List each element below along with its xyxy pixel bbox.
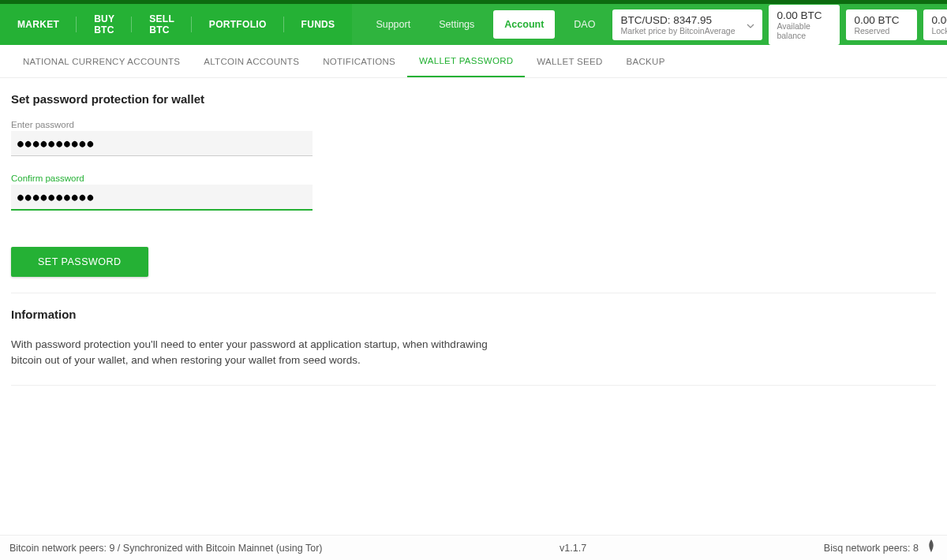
- nav-support[interactable]: Support: [361, 4, 425, 45]
- locked-balance-box: 0.00 BTC Locked: [923, 9, 947, 40]
- tab-backup[interactable]: BACKUP: [615, 45, 677, 77]
- tab-wallet-password[interactable]: WALLET PASSWORD: [407, 45, 525, 77]
- nav-funds[interactable]: FUNDS: [284, 4, 353, 45]
- section-divider-2: [11, 385, 936, 386]
- confirm-password-group: Confirm password: [11, 174, 313, 211]
- market-price-value: BTC/USD: 8347.95: [620, 14, 735, 26]
- nav-portfolio[interactable]: PORTFOLIO: [192, 4, 284, 45]
- tab-wallet-seed[interactable]: WALLET SEED: [525, 45, 614, 77]
- nav-buy-btc[interactable]: BUY BTC: [77, 4, 132, 45]
- status-bitcoin-peers: Bitcoin network peers: 9 / Synchronized …: [9, 543, 322, 554]
- nav-market[interactable]: MARKET: [0, 4, 77, 45]
- status-version: v1.1.7: [322, 543, 823, 554]
- confirm-password-input[interactable]: [11, 185, 313, 211]
- available-balance-value: 0.00 BTC: [777, 9, 832, 21]
- set-password-button[interactable]: SET PASSWORD: [11, 247, 148, 277]
- status-bisq-peers: Bisq network peers: 8: [824, 543, 919, 554]
- market-price-dropdown[interactable]: BTC/USD: 8347.95 Market price by Bitcoin…: [612, 9, 762, 40]
- market-price-source: Market price by BitcoinAverage: [620, 26, 735, 35]
- content-area: Set password protection for wallet Enter…: [0, 78, 947, 386]
- tab-notifications[interactable]: NOTIFICATIONS: [311, 45, 407, 77]
- enter-password-input[interactable]: [11, 131, 313, 156]
- nav-dao[interactable]: DAO: [560, 4, 609, 45]
- enter-password-label: Enter password: [11, 120, 313, 129]
- nav-right-group: Support Settings Account DAO BTC/USD: 83…: [352, 4, 947, 45]
- available-balance-box: 0.00 BTC Available balance: [769, 5, 840, 45]
- page-title: Set password protection for wallet: [11, 92, 936, 106]
- reserved-balance-value: 0.00 BTC: [854, 14, 909, 26]
- reserved-balance-label: Reserved: [854, 26, 909, 35]
- status-bar: Bitcoin network peers: 9 / Synchronized …: [0, 535, 947, 560]
- available-balance-label: Available balance: [777, 21, 832, 40]
- confirm-password-label: Confirm password: [11, 174, 313, 183]
- status-right-group: Bisq network peers: 8: [824, 539, 938, 556]
- section-divider: [11, 293, 936, 293]
- locked-balance-value: 0.00 BTC: [931, 14, 947, 26]
- nav-left-group: MARKET BUY BTC SELL BTC PORTFOLIO FUNDS: [0, 4, 352, 45]
- nav-account[interactable]: Account: [493, 10, 555, 39]
- tor-icon: [925, 539, 938, 556]
- nav-settings[interactable]: Settings: [425, 4, 488, 45]
- information-text: With password protection you'll need to …: [11, 337, 492, 369]
- main-navigation: MARKET BUY BTC SELL BTC PORTFOLIO FUNDS …: [0, 4, 947, 45]
- price-panel: BTC/USD: 8347.95 Market price by Bitcoin…: [609, 5, 947, 45]
- tab-altcoin-accounts[interactable]: ALTCOIN ACCOUNTS: [192, 45, 311, 77]
- information-title: Information: [11, 308, 936, 321]
- chevron-down-icon: [737, 17, 754, 32]
- account-sub-tabs: NATIONAL CURRENCY ACCOUNTS ALTCOIN ACCOU…: [0, 45, 947, 78]
- enter-password-group: Enter password: [11, 120, 313, 156]
- reserved-balance-box: 0.00 BTC Reserved: [846, 9, 917, 40]
- nav-sell-btc[interactable]: SELL BTC: [132, 4, 192, 45]
- locked-balance-label: Locked: [931, 26, 947, 35]
- tab-national-currency[interactable]: NATIONAL CURRENCY ACCOUNTS: [11, 45, 192, 77]
